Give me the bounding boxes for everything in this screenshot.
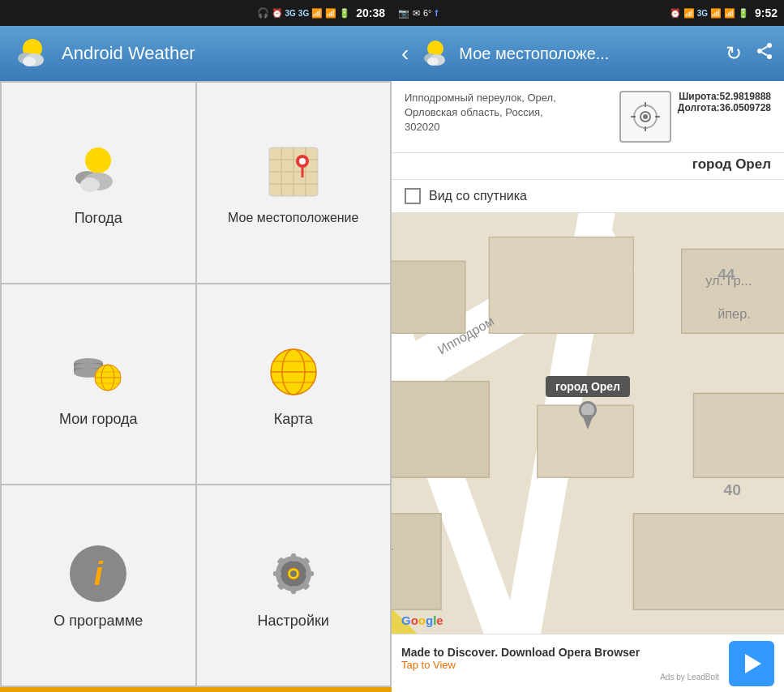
svg-text:44: 44: [718, 266, 735, 283]
status-time-right: 9:52: [755, 6, 778, 19]
satellite-checkbox[interactable]: [405, 188, 421, 204]
satellite-row: Вид со спутника: [392, 180, 784, 213]
svg-point-4: [85, 147, 111, 173]
svg-rect-75: [392, 514, 441, 610]
svg-point-63: [643, 114, 648, 119]
alarm2-icon: ⏰: [670, 8, 681, 19]
menu-item-about-label: О программе: [54, 613, 143, 630]
city-name: город Орел: [692, 156, 771, 173]
svg-rect-69: [392, 261, 465, 333]
svg-point-7: [80, 177, 100, 192]
svg-text:40: 40: [724, 481, 741, 498]
svg-point-54: [767, 54, 772, 59]
svg-point-17: [299, 158, 306, 164]
map-city-label: город Орел: [546, 376, 630, 397]
facebook-icon: f: [435, 8, 439, 18]
svg-rect-37: [291, 553, 296, 562]
status-bar-right: 📷 ✉ 6° f ⏰ 📶 3G 📶 📶 🔋 9:52: [392, 0, 784, 26]
ad-banner[interactable]: Made to Discover. Download Opera Browser…: [392, 634, 784, 692]
menu-item-cities-label: Мои города: [59, 411, 138, 428]
play-triangle-icon: [745, 654, 761, 673]
svg-point-47: [290, 570, 297, 577]
refresh-button[interactable]: ↻: [722, 39, 745, 68]
menu-item-settings-label: Настройки: [258, 613, 329, 630]
weather-icon: [66, 139, 131, 203]
menu-item-weather[interactable]: Погода: [2, 83, 195, 283]
menu-item-weather-label: Погода: [75, 210, 122, 227]
signal3-icon: 📶: [710, 8, 722, 19]
svg-text:йпер.: йпер.: [718, 306, 751, 321]
battery2-icon: 🔋: [738, 8, 749, 19]
google-logo: Google: [401, 613, 443, 627]
latitude-text: Широта:52.9819888: [678, 91, 771, 102]
alarm-icon: ⏰: [272, 8, 283, 19]
gear-icon: [261, 541, 326, 606]
photo-icon: 📷: [398, 8, 409, 19]
ad-subtitle: Tap to View: [401, 659, 719, 671]
svg-point-3: [23, 57, 36, 66]
longitude-text: Долгота:36.0509728: [678, 102, 771, 113]
svg-rect-40: [306, 571, 314, 576]
svg-rect-72: [392, 382, 489, 478]
bottom-bar-left: [0, 687, 392, 692]
left-panel: 🎧 ⏰ 3G 3G 📶 📶 🔋 20:38 Android Wea: [0, 0, 392, 692]
menu-item-location-label: Мое местоположение: [228, 211, 358, 225]
app-title: Android Weather: [62, 43, 195, 64]
ad-text-block: Made to Discover. Download Opera Browser…: [401, 646, 719, 681]
svg-point-51: [427, 58, 439, 66]
svg-rect-76: [633, 514, 784, 610]
ad-play-button[interactable]: [729, 641, 774, 686]
svg-point-53: [757, 49, 762, 53]
app-header-left: Android Weather: [0, 26, 392, 81]
menu-item-map-label: Карта: [274, 411, 313, 428]
menu-item-map[interactable]: Карта: [197, 284, 391, 485]
headphone-icon: 🎧: [257, 7, 269, 19]
status-bar-left: 🎧 ⏰ 3G 3G 📶 📶 🔋 20:38: [0, 0, 392, 26]
ad-attribution: Ads by LeadBolt: [401, 673, 719, 681]
svg-rect-74: [693, 393, 784, 477]
menu-item-cities[interactable]: Мои города: [2, 284, 195, 485]
network-3g2-icon: 3G: [298, 9, 309, 18]
mail-icon: ✉: [413, 8, 420, 19]
network-3g-right-icon: 3G: [697, 9, 708, 18]
back-button[interactable]: ‹: [398, 37, 412, 70]
status-time-left: 20:38: [356, 6, 385, 19]
signal2-icon: 📶: [325, 8, 336, 19]
signal4-icon: 📶: [724, 8, 735, 19]
status-left-icons: 📷 ✉ 6° f: [398, 8, 438, 19]
app-header-right: ‹ Мое местоположе... ↻: [392, 26, 784, 81]
gps-locate-button[interactable]: [619, 91, 671, 143]
header-title-right: Мое местоположе...: [459, 45, 716, 63]
svg-rect-38: [291, 586, 296, 594]
db-globe-icon: [66, 340, 131, 404]
svg-rect-70: [489, 237, 633, 334]
ad-title: Made to Discover. Download Opera Browser: [401, 646, 719, 659]
header-app-icon: [418, 36, 452, 70]
location-text-block: Ипподромный переулок, Орел, Орловская об…: [405, 91, 610, 135]
menu-item-about[interactable]: i О программе: [2, 485, 195, 686]
menu-item-settings[interactable]: Настройки: [197, 485, 391, 686]
location-address: Ипподромный переулок, Орел, Орловская об…: [405, 91, 610, 135]
svg-line-56: [762, 53, 767, 56]
map-pin-icon: [261, 139, 326, 204]
map-container[interactable]: Ипподром ул. Гр... йпер. Наугорское ш...…: [392, 213, 784, 634]
svg-point-84: [581, 404, 594, 416]
right-panel: 📷 ✉ 6° f ⏰ 📶 3G 📶 📶 🔋 9:52 ‹ Мое местопо…: [392, 0, 784, 692]
svg-point-52: [767, 43, 772, 48]
menu-item-location[interactable]: Мое местоположение: [197, 83, 391, 283]
globe-icon: [261, 340, 326, 404]
network-3g-icon: 3G: [285, 9, 296, 18]
svg-rect-39: [273, 571, 281, 576]
header-actions: ↻: [722, 38, 778, 69]
signal-icon: 📶: [311, 8, 323, 19]
temp-badge: 6°: [423, 8, 432, 18]
wifi-icon: 📶: [683, 8, 695, 19]
satellite-label: Вид со спутника: [429, 189, 527, 203]
svg-marker-85: [582, 415, 593, 429]
share-button[interactable]: [752, 38, 778, 69]
svg-line-55: [762, 47, 767, 50]
status-right-icons: ⏰ 📶 3G 📶 📶 🔋 9:52: [670, 6, 778, 19]
info-icon: i: [66, 541, 131, 606]
status-icons-left: 🎧 ⏰ 3G 3G 📶 📶 🔋 20:38: [257, 6, 386, 19]
location-info: Ипподромный переулок, Орел, Орловская об…: [392, 81, 784, 153]
